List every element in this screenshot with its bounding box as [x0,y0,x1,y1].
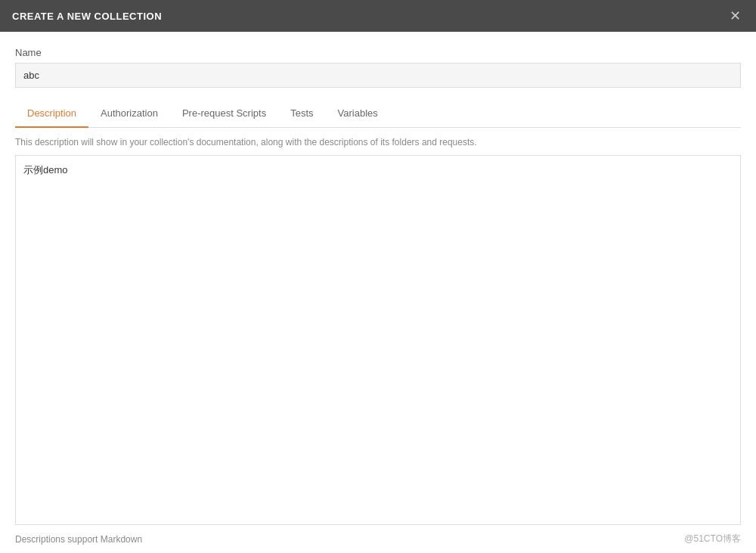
close-button[interactable]: ✕ [727,6,744,26]
modal-footer: Descriptions support Markdown @51CTO博客 [0,525,756,553]
tab-authorization[interactable]: Authorization [88,100,170,128]
name-label: Name [15,47,741,58]
branding: @51CTO博客 [684,533,741,545]
modal-header: CREATE A NEW COLLECTION ✕ [0,0,756,32]
tab-tests[interactable]: Tests [278,100,325,128]
modal-body: Name Description Authorization Pre-reque… [0,32,756,525]
name-input[interactable] [15,63,741,88]
tab-content-description: This description will show in your colle… [15,128,741,525]
modal-container: CREATE A NEW COLLECTION ✕ Name Descripti… [0,0,756,553]
tabs-bar: Description Authorization Pre-request Sc… [15,100,741,128]
tab-variables[interactable]: Variables [326,100,390,128]
tab-pre-request-scripts[interactable]: Pre-request Scripts [170,100,278,128]
description-hint: This description will show in your colle… [15,137,741,148]
tab-description[interactable]: Description [15,100,88,128]
modal-title: CREATE A NEW COLLECTION [12,11,162,22]
description-textarea[interactable]: 示例demo [15,155,741,525]
markdown-hint: Descriptions support Markdown [15,534,142,545]
